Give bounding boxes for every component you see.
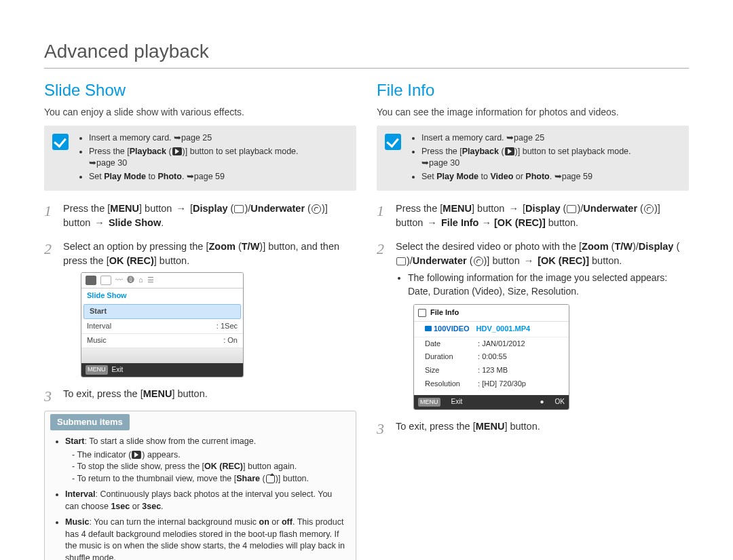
prereq-list: Insert a memory card. ➥page 25 Press the…: [77, 132, 299, 184]
osd-path-row: 100VIDEO HDV_0001.MP4: [414, 322, 569, 337]
underwater-icon: [474, 257, 483, 266]
osd-start-row: Start: [83, 304, 241, 319]
ok-dot-icon: ●: [540, 397, 544, 407]
step-2-note: The following information for the image …: [408, 271, 689, 299]
underwater-icon: [644, 204, 654, 214]
step-1: 1 Press the [MENU] button → [Display ()/…: [377, 202, 689, 230]
slide-show-steps: 1 Press the [MENU] button → [Display ()/…: [44, 202, 356, 401]
osd-toolbar-icon: [86, 276, 96, 285]
step-3: 3 To exit, press the [MENU] button.: [377, 419, 689, 434]
check-icon: [52, 134, 69, 150]
submenu-interval: Interval: Continuously plays back photos…: [65, 489, 347, 512]
osd-title: Slide Show: [81, 288, 243, 303]
slide-show-osd: 〰 🅞 ⌂ ☰ Slide Show Start Interval: 1Sec …: [81, 272, 244, 377]
file-info-intro: You can see the image information for ph…: [377, 107, 689, 117]
osd-preview-area: [81, 348, 243, 363]
step-3: 3 To exit, press the [MENU] button.: [44, 387, 356, 401]
file-info-prereq-box: Insert a memory card. ➥page 25 Press the…: [377, 126, 689, 191]
osd-music-row: Music: On: [81, 334, 243, 348]
manual-page: Advanced playback Slide Show You can enj…: [0, 0, 733, 560]
file-info-heading: File Info: [377, 81, 689, 100]
osd-toolbar: 〰 🅞 ⌂ ☰: [81, 273, 243, 288]
slide-show-prereq-box: Insert a memory card. ➥page 25 Press the…: [44, 126, 356, 191]
osd-toolbar-icon: [100, 276, 111, 285]
prereq-item: Insert a memory card. ➥page 25: [89, 132, 299, 145]
playback-icon: [505, 147, 514, 155]
prereq-item: Insert a memory card. ➥page 25: [421, 132, 631, 145]
submenu-list: Start: To start a slide show from the cu…: [53, 436, 347, 560]
osd-footer: MENU Exit ● OK: [414, 395, 569, 409]
step-2: 2 Select the desired video or photo with…: [377, 240, 689, 410]
slide-show-intro: You can enjoy a slide show with various …: [44, 107, 356, 117]
playback-icon: [172, 147, 182, 155]
display-icon: [234, 205, 244, 213]
osd-toolbar-icon: 🅞: [127, 275, 134, 286]
osd-interval-row: Interval: 1Sec: [81, 320, 243, 334]
prereq-item: Set Play Mode to Photo. ➥page 59: [89, 171, 299, 183]
right-column: File Info You can see the image informat…: [377, 81, 689, 560]
submenu-title: Submenu items: [50, 414, 130, 430]
osd-toolbar-icon: 〰: [115, 275, 123, 286]
display-icon: [396, 257, 406, 265]
folder-icon: [425, 326, 432, 331]
osd-date-row: DateJAN/01/2012: [414, 337, 569, 351]
share-icon: [266, 474, 275, 483]
osd-resolution-row: Resolution[HD] 720/30p: [414, 377, 569, 391]
submenu-music: Music: You can turn the internal backgro…: [65, 517, 347, 560]
slide-show-heading: Slide Show: [44, 81, 356, 100]
osd-toolbar-icon: ⌂: [138, 275, 143, 286]
step-1: 1 Press the [MENU] button → [Display ()/…: [44, 202, 356, 230]
display-icon: [567, 205, 576, 213]
osd-size-row: Size123 MB: [414, 364, 569, 377]
submenu-start: Start: To start a slide show from the cu…: [65, 436, 347, 485]
left-column: Slide Show You can enjoy a slide show wi…: [44, 81, 356, 560]
underwater-icon: [312, 204, 321, 214]
two-column-layout: Slide Show You can enjoy a slide show wi…: [44, 81, 689, 560]
play-indicator-icon: [132, 451, 141, 459]
prereq-item: Press the [Playback ()] button to set pl…: [89, 146, 299, 170]
file-info-icon: [418, 309, 426, 317]
osd-footer: MENU Exit: [81, 363, 243, 377]
osd-duration-row: Duration0:00:55: [414, 350, 569, 364]
file-info-steps: 1 Press the [MENU] button → [Display ()/…: [377, 202, 689, 434]
submenu-box: Submenu items Start: To start a slide sh…: [44, 411, 356, 560]
menu-key-icon: MENU: [418, 398, 440, 407]
menu-key-icon: MENU: [86, 365, 108, 374]
prereq-item: Set Play Mode to Video or Photo. ➥page 5…: [421, 171, 631, 183]
prereq-list: Insert a memory card. ➥page 25 Press the…: [409, 132, 631, 184]
step-2: 2 Select an option by pressing the [Zoom…: [44, 240, 356, 377]
osd-title-row: File Info: [414, 305, 569, 322]
prereq-item: Press the [Playback ()] button to set pl…: [421, 146, 631, 170]
osd-toolbar-icon: ☰: [147, 275, 154, 286]
file-info-osd: File Info 100VIDEO HDV_0001.MP4 DateJAN/…: [413, 304, 569, 410]
check-icon: [385, 134, 401, 150]
page-title: Advanced playback: [44, 41, 689, 69]
